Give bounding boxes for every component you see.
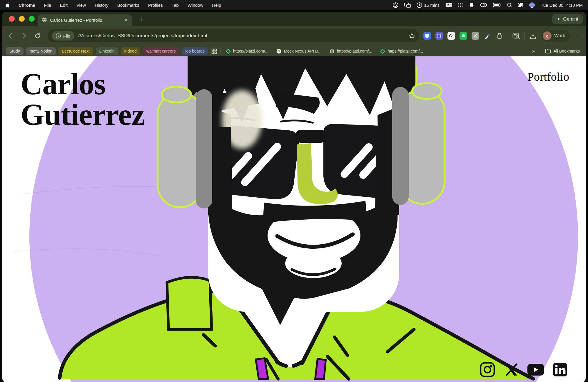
chrome-menu-icon[interactable]: ⋮ <box>575 32 581 39</box>
instagram-icon[interactable] <box>480 362 495 377</box>
menu-history[interactable]: History <box>95 3 108 8</box>
control-center-icon[interactable] <box>518 2 523 8</box>
bookmarks-overflow-chevron[interactable]: » <box>530 48 537 54</box>
siri-icon[interactable] <box>529 2 535 8</box>
folder-icon <box>545 49 551 53</box>
forward-button[interactable] <box>21 32 28 39</box>
bookmark-platzi-1[interactable]: https://platzi.com/... <box>223 49 271 54</box>
mock-nexus-icon <box>276 49 281 54</box>
green-creature-extension-icon[interactable] <box>460 32 467 40</box>
tab-group-chip-notion[interactable]: mc^2 Notion <box>26 47 56 55</box>
tab-group-chip-walmart[interactable]: walmart careers <box>143 47 179 55</box>
tab-group-chip-leetcode[interactable]: LeetCode Next <box>59 47 93 55</box>
c-colon-extension-icon[interactable]: C: <box>447 32 455 40</box>
screen-mirroring-icon[interactable] <box>404 3 411 8</box>
keyboard-icon[interactable] <box>445 3 452 7</box>
address-bar[interactable]: File /Volumes/Carlos_SSD/Documents/proje… <box>48 29 419 42</box>
page-title-line2: Gutierrez <box>21 99 145 130</box>
battery-icon[interactable] <box>493 3 501 7</box>
striped-extension-icon[interactable] <box>472 32 479 40</box>
dots-grid-icon[interactable] <box>458 2 463 8</box>
youtube-icon[interactable] <box>527 364 544 376</box>
tab-strip: Carlos Gutierrez - Portfolio ✕ + ✦ Gemin… <box>2 12 586 26</box>
downloads-icon[interactable] <box>529 32 537 40</box>
gemini-button[interactable]: ✦ Gemini <box>552 14 583 24</box>
toolbar-divider <box>524 32 525 40</box>
x-twitter-icon[interactable] <box>505 363 518 376</box>
reading-mode-icon[interactable] <box>512 32 520 39</box>
menu-time: 4:18 PM <box>566 3 583 8</box>
menu-view[interactable]: View <box>76 3 86 8</box>
gemini-sparkle-icon: ✦ <box>557 16 561 22</box>
bookmarks-divider <box>540 48 540 54</box>
menu-date: Tue Dec 30 <box>541 3 563 8</box>
nav-portfolio-link[interactable]: Portfolio <box>527 70 569 84</box>
menu-chrome[interactable]: Chrome <box>19 3 35 8</box>
platzi-icon <box>226 49 231 54</box>
tab-favicon-globe-icon <box>42 17 47 23</box>
profile-button[interactable]: c Work <box>541 30 569 42</box>
jar-extension-icon[interactable] <box>496 32 503 40</box>
notification-bell-icon[interactable] <box>469 2 474 8</box>
bookmark-platzi-2[interactable]: https://platzi.com/... <box>377 49 426 54</box>
menu-clock[interactable]: Tue Dec 30 4:18 PM <box>541 3 583 8</box>
browser-tab[interactable]: Carlos Gutierrez - Portfolio ✕ <box>38 14 132 26</box>
shield-extension-icon[interactable] <box>423 32 431 40</box>
back-button[interactable] <box>7 32 14 39</box>
page-title: Carlos Gutierrez <box>21 69 145 130</box>
linkedin-icon[interactable] <box>553 363 567 376</box>
timer-menu-item[interactable]: 15 mins <box>417 2 440 8</box>
file-chip-label: File <box>63 33 70 38</box>
bookmark-mock-nexus[interactable]: Mock Nexus API D... <box>274 49 324 54</box>
window-controls <box>9 16 35 22</box>
bookmarks-divider <box>220 48 220 54</box>
at-sign-extension-icon[interactable] <box>435 32 443 40</box>
all-bookmarks-button[interactable]: All Bookmarks <box>543 49 582 53</box>
profile-label: Work <box>554 33 565 38</box>
tab-title: Carlos Gutierrez - Portfolio <box>50 18 120 23</box>
macos-menu-bar: Chrome File Edit View History Bookmarks … <box>0 0 588 10</box>
menu-help[interactable]: Help <box>212 3 221 8</box>
tab-group-chip-jobboards[interactable]: job boards <box>182 47 208 55</box>
bookmark-platzi-globe[interactable]: https://platzi.com/... <box>327 49 375 54</box>
bookmark-star-icon[interactable] <box>409 33 415 39</box>
menu-profiles[interactable]: Profiles <box>148 3 163 8</box>
gemini-label: Gemini <box>563 16 578 22</box>
page-viewport: Carlos Gutierrez Portfolio <box>2 56 586 382</box>
toolbar-divider <box>508 32 508 40</box>
tab-group-chip-study[interactable]: Study <box>6 47 24 55</box>
eyedropper-extension-icon[interactable] <box>484 32 491 40</box>
tab-group-chip-linkedin[interactable]: Linkedin <box>96 47 118 55</box>
globe-icon <box>330 49 335 54</box>
tab-close-icon[interactable]: ✕ <box>123 18 128 23</box>
menu-bookmarks[interactable]: Bookmarks <box>117 3 139 8</box>
file-scheme-chip[interactable]: File <box>52 31 74 41</box>
social-links <box>480 362 567 377</box>
tab-group-chip-indeed[interactable]: indeed <box>121 47 140 55</box>
menu-edit[interactable]: Edit <box>60 3 68 8</box>
zoom-window-button[interactable] <box>29 16 35 22</box>
platzi-icon <box>380 49 385 54</box>
menu-window[interactable]: Window <box>188 3 203 8</box>
new-tab-button[interactable]: + <box>137 15 145 23</box>
page-title-line1: Carlos <box>21 69 145 99</box>
chrome-window: Carlos Gutierrez - Portfolio ✕ + ✦ Gemin… <box>2 12 586 382</box>
hood-left <box>167 277 212 329</box>
close-window-button[interactable] <box>9 16 15 22</box>
timer-label: 15 mins <box>424 3 440 8</box>
apple-menu-icon[interactable] <box>5 2 10 8</box>
profile-avatar: c <box>543 31 552 40</box>
reload-button[interactable] <box>34 32 41 39</box>
menu-tab[interactable]: Tab <box>172 3 179 8</box>
extension-icons: C: c Work ⋮ <box>423 30 581 42</box>
menu-file[interactable]: File <box>44 3 51 8</box>
bookmarks-bar: Study mc^2 Notion LeetCode Next Linkedin… <box>2 46 586 56</box>
spotlight-search-icon[interactable] <box>507 3 512 8</box>
grammarly-icon[interactable] <box>393 2 398 8</box>
minimize-window-button[interactable] <box>19 16 25 22</box>
tab-groups-grid-icon[interactable] <box>211 48 217 54</box>
linked-rings-icon[interactable] <box>480 3 487 7</box>
url-text[interactable]: /Volumes/Carlos_SSD/Documents/projects/t… <box>78 33 207 39</box>
browser-toolbar: File /Volumes/Carlos_SSD/Documents/proje… <box>2 26 586 46</box>
